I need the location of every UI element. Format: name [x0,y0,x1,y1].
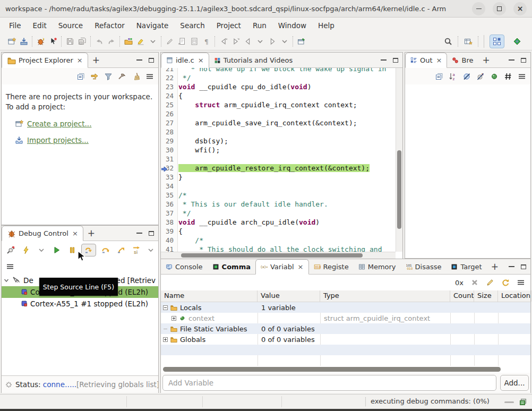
linked-doc-icon[interactable] [177,37,186,46]
minimize-view-icon[interactable] [509,266,514,267]
menu-project[interactable]: Project [211,20,247,31]
line-number[interactable]: 27 [161,118,178,127]
minimize-window-button[interactable] [472,2,485,15]
line-number[interactable]: 39 [161,227,178,236]
maximize-view-icon[interactable] [149,231,154,236]
hex-format-toggle[interactable]: 0x [455,279,464,287]
menu-navigate[interactable]: Navigate [131,20,175,31]
line-number[interactable]: 38 [161,218,178,227]
minimize-view-icon[interactable] [136,59,142,61]
new-wizard-icon[interactable] [7,37,16,46]
link-import-projects[interactable]: Import projects... [27,136,89,144]
line-number[interactable]: 32 [161,164,178,173]
continue-button[interactable] [51,244,63,256]
sort-icon[interactable]: az [448,72,457,81]
column-header-type[interactable]: Type [320,290,450,302]
save-all-icon[interactable] [78,37,87,46]
code-line-37[interactable]: 37 */ [161,209,396,218]
close-window-button[interactable]: × [513,2,527,15]
code-line-38[interactable]: 38void __cpuidle arch_cpu_idle(void) [161,218,396,227]
menu-search[interactable]: Search [174,20,210,31]
link-with-editor-icon[interactable] [90,72,99,81]
flash-button[interactable] [20,244,32,256]
open-perspective-icon[interactable] [464,37,473,46]
undo-icon[interactable] [95,37,104,46]
build-icon[interactable] [117,72,126,81]
line-number[interactable]: 21 [161,68,178,73]
hide-static-icon[interactable]: s [476,72,485,81]
expander-minus-icon[interactable] [163,305,168,310]
tab-console[interactable]: Console [161,259,208,274]
add-variable-input[interactable] [162,375,496,391]
progress-stop-icon[interactable] [504,401,514,403]
maximize-view-icon[interactable] [521,264,526,269]
column-header-count[interactable]: Count [450,290,474,302]
code-line-30[interactable]: 30 wfi(); [161,145,396,155]
line-number[interactable]: 24 [161,91,178,100]
code-line-25[interactable]: 25 struct arm_cpuidle_irq_context contex… [161,100,396,109]
pin-editor-icon[interactable] [297,37,306,46]
menu-run[interactable]: Run [247,20,272,31]
collapse-all-icon[interactable] [76,72,85,81]
view-menu-icon[interactable] [517,72,526,81]
line-number[interactable]: 31 [161,155,178,164]
tab-project-explorer[interactable]: Project Explorer × [2,53,88,68]
code-line-35[interactable]: 35/* [161,191,396,200]
view-menu-icon[interactable] [145,72,154,81]
line-number[interactable]: 30 [161,145,178,155]
close-icon[interactable]: × [77,56,83,64]
line-number[interactable]: 28 [161,127,178,136]
column-header-value[interactable]: Value [258,290,320,302]
chevron-down-button[interactable] [36,244,47,256]
new-view-tab-button[interactable]: + [83,226,99,241]
code-line-40[interactable]: 40 /* [161,236,396,245]
close-icon[interactable]: × [436,56,442,64]
expander-plus-icon[interactable] [163,337,168,342]
table-row-globals[interactable]: Globals0 of 0 variables [161,334,530,345]
code-line-22[interactable]: 22 */ [161,73,396,82]
minimize-view-icon[interactable] [136,233,142,234]
tab-bre[interactable]: Bre [447,53,478,67]
line-number[interactable]: 37 [161,209,178,218]
add-variable-button[interactable]: Add... [500,375,529,391]
chevron-down-icon[interactable] [280,37,289,46]
code-line-39[interactable]: 39{ [161,227,396,236]
collapse-all-icon[interactable] [434,72,443,81]
code-line-21[interactable]: 21 * not wake up if we block the wake up… [161,68,396,73]
edit-pen-icon[interactable] [485,278,494,287]
line-number[interactable]: 26 [161,109,178,118]
status-link[interactable]: conne….. [43,380,76,389]
tab-tutorials-and-videos[interactable]: Tutorials and Videos [209,53,297,67]
step-over-button[interactable] [100,244,111,256]
table-row-context[interactable]: contextstruct arm_cpuidle_irq_context [161,313,530,323]
step-out-button[interactable] [115,244,127,256]
clean-icon[interactable] [131,72,140,81]
variables-horizontal-scrollbar[interactable] [161,366,530,373]
menu-window[interactable]: Window [272,20,312,31]
menu-source[interactable]: Source [53,20,89,31]
new-view-tab-button[interactable]: + [487,259,503,274]
hash-icon[interactable] [503,72,512,81]
menu-refactor[interactable]: Refactor [89,20,131,31]
new-view-tab-button[interactable]: + [88,53,104,67]
debug-icon[interactable] [36,37,45,46]
code-line-24[interactable]: 24{ [161,91,396,100]
menu-file[interactable]: File [3,20,27,31]
table-row-locals[interactable]: Locals1 variable [161,302,530,313]
line-number[interactable]: 33 [161,173,178,182]
chevron-down-icon[interactable] [255,37,264,46]
tab-registe[interactable]: 010Registe [309,259,354,274]
tab-comma[interactable]: Comma [208,259,255,274]
code-line-33[interactable]: 33} [161,173,396,182]
mark-occurrences-icon[interactable] [136,37,145,46]
column-header-name[interactable]: Name [161,290,258,302]
chevron-down-icon[interactable] [148,37,157,46]
delete-icon[interactable] [470,278,479,287]
c-perspective-button[interactable] [510,35,525,48]
chevron-expanded-icon[interactable] [4,278,9,283]
tab-target[interactable]: Target [446,259,486,274]
tab-idle-c[interactable]: idle.c× [161,53,209,68]
expander-plus-icon[interactable] [171,316,176,321]
editor-vertical-scrollbar[interactable] [396,68,402,252]
line-number[interactable]: 25 [161,100,178,109]
